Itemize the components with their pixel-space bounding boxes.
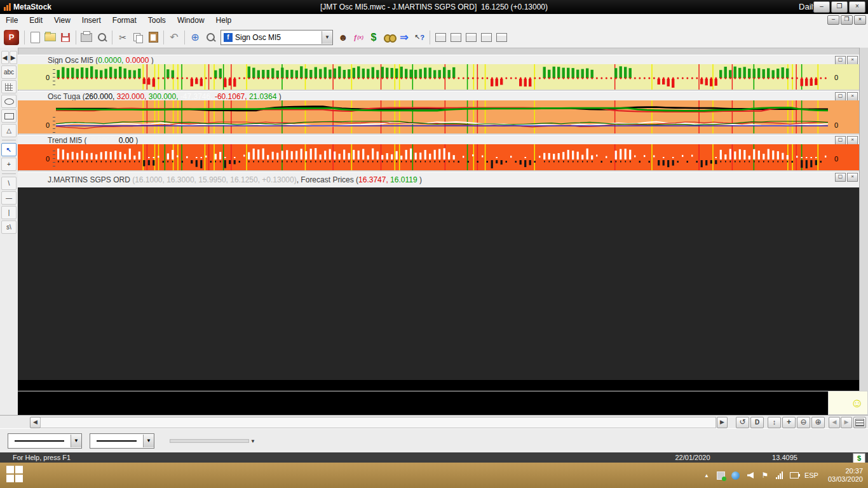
date-axis-months[interactable] — [18, 404, 828, 415]
trend-panel[interactable]: 00 — [18, 144, 859, 170]
pointer-tool[interactable]: ↖ — [1, 143, 17, 156]
refresh-button[interactable]: ↺ — [736, 417, 749, 428]
keyboard-language[interactable]: ESP — [804, 471, 818, 479]
menu-help[interactable]: Help — [210, 14, 238, 27]
osc-tuga-panel[interactable]: 00 — [18, 100, 859, 133]
scrollbar-left-button[interactable]: ◀ — [30, 417, 41, 428]
cascade-windows-button[interactable] — [433, 30, 447, 45]
grid-tool[interactable] — [1, 80, 17, 93]
network-globe-icon[interactable] — [731, 471, 740, 480]
text-tool[interactable]: abc — [1, 65, 17, 79]
panel-maximize-button[interactable]: ▢ — [835, 173, 846, 182]
rescale-y-button[interactable]: ↕ — [768, 417, 781, 428]
panel-maximize-button[interactable]: ▢ — [835, 136, 846, 145]
menu-window[interactable]: Window — [172, 14, 210, 27]
periodicity-button[interactable]: D — [750, 417, 764, 428]
tile-grid-icon — [481, 33, 492, 42]
scrollbar-right-button[interactable]: ▶ — [717, 417, 728, 428]
cut-button[interactable]: ✂ — [116, 30, 130, 45]
panel-close-button[interactable]: × — [847, 56, 858, 65]
line-weight-combo[interactable]: ▼ — [90, 433, 154, 449]
tile-horizontal-button[interactable] — [464, 30, 478, 45]
action-flag-icon[interactable]: ⚑ — [761, 471, 770, 480]
crosshair-tool[interactable]: + — [1, 158, 17, 171]
menu-view[interactable]: View — [48, 14, 76, 27]
start-button[interactable] — [6, 466, 25, 485]
next-chart-button[interactable]: ▶ — [841, 417, 852, 428]
zoom-drag-button[interactable] — [203, 30, 217, 45]
price-chart-panel[interactable] — [18, 187, 859, 380]
open-button[interactable] — [43, 30, 57, 45]
system-tester-button[interactable]: $ — [367, 30, 381, 45]
trendline-tool[interactable]: \ — [1, 177, 17, 190]
restore-button[interactable]: ❐ — [831, 1, 848, 13]
rectangle-tool[interactable] — [1, 109, 17, 123]
indicator-selector[interactable]: f Sign Osc MI5 ▼ — [220, 30, 333, 45]
paste-button[interactable] — [146, 30, 160, 45]
palette-dropdown-arrow[interactable]: ▼ — [250, 438, 255, 444]
ellipse-tool[interactable] — [1, 95, 17, 108]
menu-tools[interactable]: Tools — [142, 14, 172, 27]
zoom-in-button[interactable]: ⊕ — [811, 417, 825, 428]
line-style-combo[interactable]: ▼ — [8, 433, 82, 449]
tile-grid-button[interactable] — [479, 30, 493, 45]
panel-close-button[interactable]: × — [847, 92, 858, 101]
signal-strength-icon[interactable] — [775, 471, 784, 480]
taskbar-clock[interactable]: 20:3703/03/2020 — [828, 467, 863, 484]
scroll-right-tool[interactable]: ▶ — [10, 51, 17, 64]
child-restore-button[interactable]: ❐ — [841, 15, 853, 25]
close-button[interactable]: × — [849, 1, 865, 13]
panel-maximize-button[interactable]: ▢ — [835, 92, 846, 101]
power-console-button[interactable]: P — [4, 30, 19, 45]
print-button[interactable] — [79, 30, 93, 45]
volume-icon[interactable] — [746, 471, 755, 480]
indicator-dropdown-arrow[interactable]: ▼ — [322, 31, 332, 44]
tile-vertical-button[interactable] — [449, 30, 463, 45]
vertical-line-tool[interactable]: | — [1, 206, 17, 219]
panel-close-button[interactable]: × — [847, 173, 858, 182]
scroll-left-tool[interactable]: ◀ — [1, 51, 9, 64]
workspace-options-button[interactable] — [494, 30, 508, 45]
print-preview-button[interactable] — [95, 30, 109, 45]
menu-format[interactable]: Format — [107, 14, 142, 27]
indicator-builder-button[interactable]: ƒ(x) — [351, 30, 365, 45]
save-button[interactable] — [58, 30, 72, 45]
menu-insert[interactable]: Insert — [76, 14, 107, 27]
tile-horizontal-icon — [466, 33, 477, 42]
pan-button[interactable]: + — [782, 417, 796, 428]
tray-expand-icon[interactable]: ▲ — [702, 471, 711, 480]
menu-edit[interactable]: Edit — [24, 14, 48, 27]
expert-advisor-button[interactable]: ☻ — [336, 30, 350, 45]
battery-icon[interactable] — [790, 471, 799, 480]
expert-corner[interactable]: ☺ — [828, 391, 868, 415]
line-weight-sample — [97, 440, 137, 442]
sign-osc-plot[interactable] — [56, 64, 828, 90]
horizontal-line-tool[interactable]: — — [1, 191, 17, 205]
crosshair-button[interactable]: ⊕ — [188, 30, 202, 45]
date-axis-weeks[interactable] — [18, 391, 828, 405]
forecaster-button[interactable]: ⇒ — [397, 30, 411, 45]
context-help-button[interactable]: ↖? — [412, 30, 426, 45]
horizontal-scrollbar[interactable] — [40, 417, 716, 428]
minimize-button[interactable]: – — [813, 1, 830, 13]
semilog-trend-tool[interactable]: s\ — [1, 220, 17, 234]
usb-device-icon[interactable] — [717, 471, 726, 480]
triangle-tool[interactable]: △ — [1, 124, 17, 137]
child-minimize-button[interactable]: – — [827, 15, 839, 25]
child-close-button[interactable]: × — [854, 15, 866, 25]
panel-close-button[interactable]: × — [847, 136, 858, 145]
explorer-button[interactable] — [382, 30, 396, 45]
chart-list-button[interactable] — [853, 417, 866, 428]
price-panel-header[interactable]: J.MARTINS SGPS ORD (16.1000, 16.3000, 15… — [18, 172, 859, 188]
sign-osc-panel[interactable]: 00 — [18, 64, 859, 90]
new-chart-button[interactable] — [28, 30, 42, 45]
undo-button[interactable]: ↶ — [167, 30, 181, 45]
copy-button[interactable] — [131, 30, 145, 45]
prev-chart-button[interactable]: ◀ — [829, 417, 840, 428]
trend-plot[interactable] — [56, 144, 828, 170]
osc-tuga-plot[interactable] — [56, 100, 828, 133]
panel-maximize-button[interactable]: ▢ — [835, 56, 846, 65]
menu-file[interactable]: File — [0, 14, 24, 27]
color-palette[interactable] — [170, 439, 249, 443]
zoom-out-button[interactable]: ⊖ — [797, 417, 810, 428]
